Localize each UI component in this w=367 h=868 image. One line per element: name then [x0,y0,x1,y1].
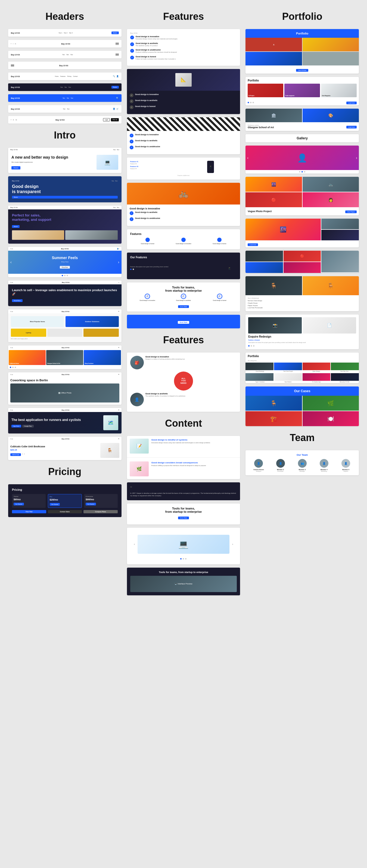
our-feat-content: Feature description text goes here provi… [130,261,237,276]
feat-rc-text-2: Good design is aesthetic The aesthetic q… [145,393,186,397]
portfolio-multi-card: Portfolio All categories Good Redesign T… [246,352,359,383]
feat-text-2: Good design is aesthetic The aesthetic q… [136,42,158,47]
our-feat-phone: 📱 [225,261,237,276]
purple-headline: Perfect for sales,marketing, and support [12,213,118,222]
pricing-title: Pricing [12,488,118,491]
team-our-team-label: Our Team [249,454,356,456]
tools-cta-button[interactable]: Go to Tools [178,305,189,308]
glasgow-view-btn[interactable]: Load more [346,126,357,128]
cityscape-grid: 🌆 [246,219,359,240]
feat-item-2: Good design is aesthetic The aesthetic q… [130,42,237,47]
outdoor-sub: let's make your happy place [11,338,119,340]
transparent-headline: Good designis transparent [12,184,118,194]
plan-starter-name: Starter [13,496,44,497]
team-section-title: Team [246,429,359,445]
prev-arrow[interactable]: ‹ [10,260,12,264]
launch-content: Launch to sell – leverage sales enableme… [8,284,121,306]
bike-headline: Good design is Innovative [130,207,237,210]
feat-phone-grid: Feature #1 Feature #2 Feature #3 Feature… [130,161,237,173]
pricing-compare[interactable]: Compare Plans [83,510,118,513]
runners-map: 🗺️ [103,415,118,430]
header-cta-dark[interactable]: Button [111,86,118,89]
content-tools-cta[interactable]: Go to Tools [178,517,189,519]
intro-outdoor-card: f t in Bay UI Kit ≡ Most Popular Items O… [8,309,121,342]
vogue-view-project[interactable]: View Project [345,211,357,213]
intro-logo: Bay UI Kit [10,149,18,151]
portfolio-view-all-button[interactable]: View All Work [296,69,308,72]
our-feat-dots [130,269,223,270]
gallery-title-card: Gallery [246,134,359,142]
gallery-prev-arrow[interactable]: ‹ [247,156,249,160]
bookcase-add-cart[interactable]: Add to Cart [10,453,21,456]
tool-3: ✓ Good design is honest [202,293,237,301]
runners-app-store[interactable]: App Store [11,425,21,428]
header-nav-7: Nav Nav Nav [63,97,74,99]
header-cta-button[interactable]: Button [111,31,118,34]
bookcase-next[interactable]: › [24,453,25,455]
bookcase-prev[interactable]: ‹ [22,453,23,455]
intro-cta-button[interactable]: Button [11,166,20,169]
header-nav-5: Home Features Pricing Contact [55,75,78,77]
transparent-cta[interactable]: Button [12,196,118,198]
coworking-image: 🏢 Office Photo [10,383,119,403]
header-card-7: Bay UI Kit Nav Nav Nav 🔍 [8,94,121,102]
plan-starter-button[interactable]: Get Started [13,503,24,505]
launch-readmore[interactable]: Read More [12,299,23,302]
outdoor-popular-items: Most Popular Items [11,316,64,327]
case-4: 🍽️ [303,411,359,426]
port-multi-grid-2 [246,373,359,381]
content-title-2: Good design considers broad consequences [151,461,206,464]
hamburger-menu-icon[interactable] [116,43,119,45]
pm-cell-1 [246,363,274,370]
intro-text: A new and better way to design We create… [11,155,94,169]
plan-enterprise-button[interactable]: Get Started [86,503,96,505]
feat-dark-content: Good design is innovative Good design is… [127,91,240,114]
hamburger-menu-icon-3[interactable] [116,54,119,56]
pricing-card: Pricing Starter $9/mo Get Started Pro $2… [8,484,121,517]
signup-button[interactable]: Sign up [111,118,119,121]
feat-rc-center: ALLYOUNEED [130,372,237,391]
summer-cta[interactable]: Shop Now [60,266,70,269]
feat-list-grid: Good design is honest Good design is inn… [130,238,237,244]
content-tools-title: Tools for teams,from startup to enterpri… [130,507,237,513]
pricing-free-trial[interactable]: Free Trial [12,510,46,513]
showcase-prev[interactable]: ‹ [134,543,135,546]
next-arrow[interactable]: › [118,260,119,264]
header-social-9: f in tw [11,119,17,121]
glasgow-title: Glasgow School of Art [248,126,274,129]
header-logo: Bay UI Kit [11,32,20,34]
runners-header: f t in Bay UI Kit ≡ [8,408,121,412]
cityscape-load-more[interactable]: Load more [248,243,258,246]
header-logo-6: Bay UI Kit [11,86,20,88]
header-card-2: f t in Bay UI Kit [8,40,121,48]
feat-phone-display: 📱 [184,161,237,173]
portfolio-slider-header: Portfolio IG Project Trade magazine Dark… [246,77,359,99]
search-icon[interactable]: 🔍 [116,97,119,99]
showcase-next[interactable]: › [232,543,233,546]
feat-check-icon-2 [130,42,134,46]
hamburger-menu-icon-4[interactable] [11,64,14,67]
cityscape-main: 🌆 [246,219,320,240]
bookcase-headline: Cubicats Cube Unit Bookcase [10,445,98,448]
runners-google-play[interactable]: Google Play [22,425,33,428]
blue-cta-button[interactable]: Go to Tools [178,321,189,324]
purple-images [12,230,118,240]
feat-rc-1: 🎒 Good design is innovative Design is a … [130,356,237,369]
case-2: 🌿 [303,396,359,411]
plan-pro-button[interactable]: Get Started [50,503,60,506]
pricing-contact[interactable]: Contact Sales [48,510,82,513]
team-avatar-3: 👥 [298,459,307,468]
case-1: 🪑 [246,396,302,411]
features-bottom-dark: Tools for teams, from startup to enterpr… [127,568,240,595]
gallery-next-arrow[interactable]: › [356,156,357,160]
intro-header: Bay UI Kit Nav Nav [8,148,121,152]
purple-cta[interactable]: Button [12,225,20,228]
content-section-title: Content [127,415,240,431]
feat-list-item-1: Good design is honest [130,238,165,244]
login-button[interactable]: Login [103,118,110,121]
portfolio-slider-title: Portfolio [248,79,357,82]
vogue-footer: Vogue Photo Project View Project [246,207,359,215]
pm-cell-4 [331,363,359,370]
portfolio-load-more[interactable]: Load more [346,101,357,104]
port-multi-labels-1: Good Redesign Tech Park Project Qatar Ai… [246,370,359,373]
